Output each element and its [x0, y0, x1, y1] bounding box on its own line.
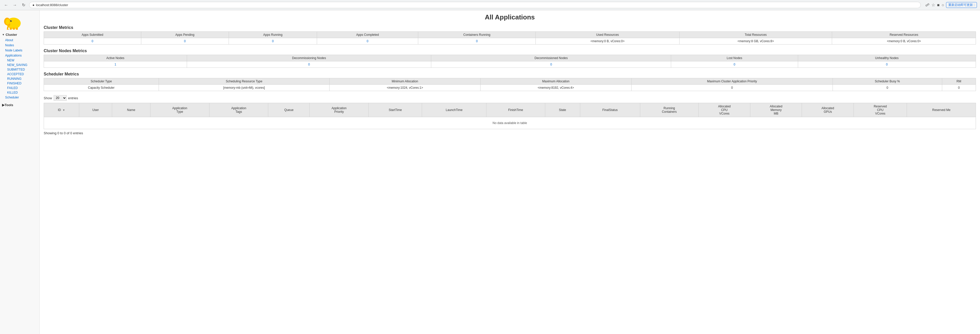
- cluster-metrics-table: Apps Submitted Apps Pending Apps Running…: [44, 32, 976, 45]
- extensions-icon[interactable]: ■: [937, 3, 940, 7]
- col-apps-completed: Apps Completed: [317, 32, 418, 38]
- address-bar[interactable]: ● localhost:8088/cluster: [29, 2, 921, 8]
- val-unhealthy-nodes[interactable]: 0: [798, 61, 976, 68]
- th-running-containers: RunningContainers: [640, 103, 698, 117]
- sidebar-item-about[interactable]: About: [0, 38, 39, 43]
- forward-button[interactable]: →: [12, 2, 18, 8]
- val-scheduling-resource-type: [memory-mb (unit=Mi), vcores]: [159, 85, 329, 91]
- val-decommissioned-nodes[interactable]: 0: [431, 61, 671, 68]
- val-active-nodes[interactable]: 1: [44, 61, 187, 68]
- th-application-type: ApplicationType: [150, 103, 209, 117]
- th-user: User: [79, 103, 112, 117]
- th-allocated-memory: AllocatedMemoryMB: [750, 103, 802, 117]
- tools-label: Tools: [5, 103, 13, 107]
- th-finish-time: FinishTime: [487, 103, 545, 117]
- entries-select[interactable]: 10 20 25 50 100: [54, 95, 67, 101]
- col-used-resources: Used Resources: [536, 32, 679, 38]
- th-reserved-me: Reserved Me: [907, 103, 976, 117]
- th-application-tags: ApplicationTags: [209, 103, 268, 117]
- col-total-resources: Total Resources: [679, 32, 832, 38]
- tools-arrow-icon: ▶: [2, 103, 5, 107]
- col-unhealthy-nodes: Unhealthy Nodes: [798, 55, 976, 61]
- th-reserved-cpu: ReservedCPUVCores: [854, 103, 907, 117]
- col-active-nodes: Active Nodes: [44, 55, 187, 61]
- cluster-nodes-table: Active Nodes Decommissioning Nodes Decom…: [44, 55, 976, 68]
- url-text: localhost:8088/cluster: [36, 3, 68, 7]
- val-used-resources: <memory:0 B, vCores:0>: [536, 38, 679, 45]
- profile-icon[interactable]: ○: [942, 3, 944, 7]
- val-apps-running: 0: [229, 38, 317, 45]
- lock-icon: ●: [32, 3, 35, 7]
- star-icon[interactable]: ☆: [931, 3, 935, 7]
- sidebar-item-scheduler[interactable]: Scheduler: [0, 95, 39, 100]
- cluster-section-header[interactable]: ▼ Cluster: [0, 32, 39, 38]
- col-decommissioning-nodes: Decommissioning Nodes: [187, 55, 431, 61]
- sidebar-item-node-labels[interactable]: Node Labels: [0, 48, 39, 53]
- val-apps-submitted[interactable]: 0: [44, 38, 141, 45]
- th-queue: Queue: [268, 103, 310, 117]
- sidebar-item-submitted[interactable]: SUBMITTED: [0, 67, 39, 72]
- col-maximum-allocation: Maximum Allocation: [480, 78, 631, 85]
- refresh-button[interactable]: ↻: [21, 2, 27, 8]
- sidebar-item-finished[interactable]: FINISHED: [0, 81, 39, 86]
- sidebar-item-running[interactable]: RUNNING: [0, 77, 39, 81]
- scheduler-metrics-table: Scheduler Type Scheduling Resource Type …: [44, 78, 976, 91]
- sidebar-item-accepted[interactable]: ACCEPTED: [0, 72, 39, 77]
- col-apps-pending: Apps Pending: [141, 32, 229, 38]
- val-lost-nodes[interactable]: 0: [671, 61, 798, 68]
- sidebar-item-new-saving[interactable]: NEW_SAVING: [0, 63, 39, 67]
- col-decommissioned-nodes: Decommissioned Nodes: [431, 55, 671, 61]
- page-title: All Applications: [44, 13, 976, 21]
- th-allocated-cpu: AllocatedCPUVCores: [698, 103, 750, 117]
- scheduler-metrics-title: Scheduler Metrics: [44, 72, 976, 77]
- id-sort-icon: ▼: [63, 109, 65, 112]
- th-state: State: [545, 103, 580, 117]
- translate-icon[interactable]: ☍: [925, 3, 929, 7]
- update-button[interactable]: 重新启动即可更新 :: [946, 2, 977, 8]
- val-max-cluster-priority: 0: [631, 85, 833, 91]
- th-application-priority: ApplicationPriority: [310, 103, 369, 117]
- sidebar-cluster-section: ▼ Cluster About Nodes Node Labels Applic…: [0, 32, 39, 100]
- col-max-cluster-priority: Maximum Cluster Application Priority: [631, 78, 833, 85]
- no-data-row: No data available in table: [44, 117, 976, 129]
- val-total-resources: <memory:8 GB, vCores:8>: [679, 38, 832, 45]
- col-apps-submitted: Apps Submitted: [44, 32, 141, 38]
- val-scheduler-busy: 0: [833, 85, 942, 91]
- back-button[interactable]: ←: [3, 2, 9, 8]
- browser-right-icons: ☍ ☆ ■ ○ 重新启动即可更新 :: [925, 2, 977, 8]
- logo-area: hadoop: [0, 12, 39, 32]
- showing-text: Showing 0 to 0 of 0 entries: [44, 131, 976, 135]
- th-id[interactable]: ID ▼: [44, 103, 79, 117]
- no-data-text: No data available in table: [44, 117, 976, 129]
- col-minimum-allocation: Minimum Allocation: [329, 78, 480, 85]
- val-scheduler-type: Capacity Scheduler: [44, 85, 159, 91]
- sidebar-item-failed[interactable]: FAILED: [0, 86, 39, 90]
- app-layout: hadoop ▼ Cluster About Nodes Node Labels…: [0, 10, 980, 334]
- svg-point-3: [6, 19, 10, 24]
- sidebar-item-killed[interactable]: KILLED: [0, 90, 39, 95]
- cluster-arrow-icon: ▼: [2, 33, 5, 36]
- col-lost-nodes: Lost Nodes: [671, 55, 798, 61]
- sidebar-item-new[interactable]: NEW: [0, 58, 39, 63]
- show-label: Show: [44, 96, 52, 100]
- svg-text:hadoop: hadoop: [3, 29, 22, 30]
- tools-section-header[interactable]: ▶ Tools: [0, 102, 39, 108]
- col-scheduler-type: Scheduler Type: [44, 78, 159, 85]
- cluster-metrics-title: Cluster Metrics: [44, 25, 976, 30]
- sidebar-item-nodes[interactable]: Nodes: [0, 43, 39, 48]
- applications-table: ID ▼ User Name ApplicationType Applicati…: [44, 103, 976, 129]
- hadoop-logo: hadoop: [2, 14, 35, 30]
- cluster-label: Cluster: [6, 33, 17, 37]
- sidebar: hadoop ▼ Cluster About Nodes Node Labels…: [0, 10, 40, 334]
- sidebar-item-applications[interactable]: Applications: [0, 53, 39, 58]
- col-scheduling-resource-type: Scheduling Resource Type: [159, 78, 329, 85]
- main-content: All Applications Cluster Metrics Apps Su…: [40, 10, 980, 334]
- val-apps-completed: 0: [317, 38, 418, 45]
- val-decommissioning-nodes[interactable]: 0: [187, 61, 431, 68]
- col-apps-running: Apps Running: [229, 32, 317, 38]
- val-maximum-allocation: <memory:8192, vCores:4>: [480, 85, 631, 91]
- col-rm: RM: [942, 78, 976, 85]
- col-scheduler-busy: Scheduler Busy %: [833, 78, 942, 85]
- entries-label: entries: [68, 96, 78, 100]
- val-containers-running: 0: [418, 38, 536, 45]
